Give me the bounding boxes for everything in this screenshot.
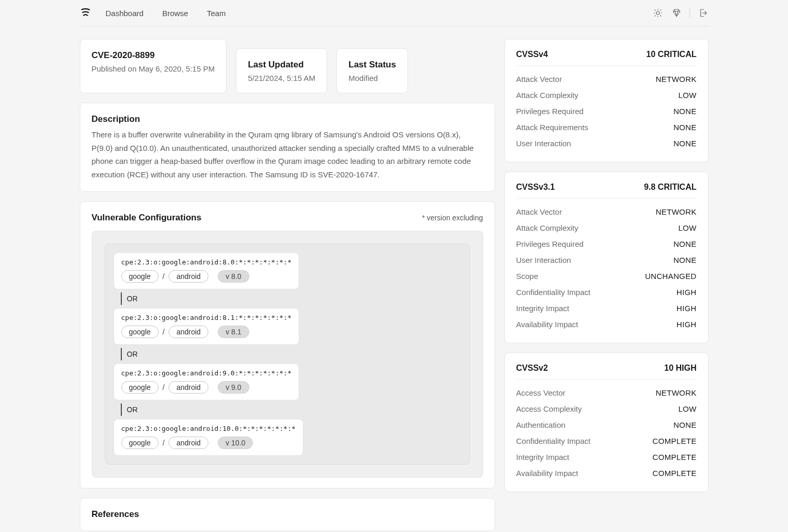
top-nav: Dashboard Browse Team <box>80 0 709 26</box>
metric-row: AuthenticationNONE <box>516 417 697 433</box>
metric-value: NONE <box>673 256 697 264</box>
nav-link-browse[interactable]: Browse <box>162 9 188 18</box>
metric-value: HIGH <box>677 288 697 297</box>
metric-row: Confidentiality ImpactCOMPLETE <box>516 433 697 449</box>
cvss-panel: CVSSv210 HIGHAccess VectorNETWORKAccess … <box>504 353 709 492</box>
metric-value: NONE <box>673 421 697 429</box>
last-status-card: Last Status Modified <box>336 48 408 93</box>
vendor-pill[interactable]: google <box>121 326 159 338</box>
metric-value: HIGH <box>677 320 697 329</box>
cvss-name: CVSSv2 <box>516 363 548 373</box>
metric-value: LOW <box>678 404 696 413</box>
metric-label: Availability Impact <box>516 469 579 478</box>
summary-row: CVE-2020-8899 Published on May 6, 2020, … <box>80 39 495 93</box>
cvss-name: CVSSv3.1 <box>516 183 555 192</box>
metric-row: ScopeUNCHANGED <box>516 268 697 284</box>
metric-label: Confidentiality Impact <box>516 437 590 445</box>
metric-value: COMPLETE <box>653 453 697 461</box>
metric-label: Attack Vector <box>516 207 562 216</box>
version-pill: v 8.0 <box>218 270 249 283</box>
vuln-configs-outer: cpe:2.3:o:google:android:8.0:*:*:*:*:*:*… <box>92 231 483 478</box>
references-title: References <box>92 509 483 520</box>
metric-label: Attack Complexity <box>516 91 579 100</box>
last-status-title: Last Status <box>348 59 396 71</box>
metric-label: Confidentiality Impact <box>516 288 590 297</box>
cpe-string: cpe:2.3:o:google:android:8.1:*:*:*:*:*:*… <box>121 314 292 321</box>
metric-label: Integrity Impact <box>516 453 570 461</box>
cve-id: CVE-2020-8899 <box>92 50 215 61</box>
metric-label: Availability Impact <box>516 320 579 329</box>
metric-label: Attack Requirements <box>516 123 588 132</box>
or-separator: OR <box>121 292 461 305</box>
product-pill[interactable]: android <box>168 326 208 338</box>
nav-link-team[interactable]: Team <box>207 9 226 18</box>
metric-row: User InteractionNONE <box>516 252 697 268</box>
metric-value: NETWORK <box>656 207 697 216</box>
cpe-entry: cpe:2.3:o:google:android:10.0:*:*:*:*:*:… <box>114 419 304 456</box>
theme-toggle-icon[interactable] <box>652 7 664 19</box>
vendor-pill[interactable]: google <box>121 270 159 283</box>
product-pill[interactable]: android <box>168 381 208 394</box>
nav-divider <box>689 8 690 18</box>
vendor-pill[interactable]: google <box>121 381 159 394</box>
cpe-entry: cpe:2.3:o:google:android:8.1:*:*:*:*:*:*… <box>114 308 300 345</box>
metric-row: Access ComplexityLOW <box>516 401 697 417</box>
metric-label: Access Vector <box>516 388 566 397</box>
slash-sep: / <box>163 328 165 336</box>
product-pill[interactable]: android <box>168 270 208 283</box>
metric-row: Availability ImpactHIGH <box>516 316 697 332</box>
product-pill[interactable]: android <box>168 437 208 449</box>
version-pill: v 9.0 <box>218 381 249 394</box>
published-date: Published on May 6, 2020, 5:15 PM <box>92 64 215 73</box>
metric-row: Integrity ImpactCOMPLETE <box>516 449 697 465</box>
metric-value: NONE <box>673 139 697 148</box>
last-status-value: Modified <box>348 74 396 82</box>
description-title: Description <box>92 114 483 125</box>
metric-value: LOW <box>678 223 696 232</box>
metric-value: NONE <box>673 240 697 248</box>
metric-label: Scope <box>516 272 539 281</box>
metric-row: Integrity ImpactHIGH <box>516 300 697 316</box>
cvss-panel: CVSSv410 CRITICALAttack VectorNETWORKAtt… <box>504 39 709 162</box>
metric-row: User InteractionNONE <box>516 135 697 151</box>
metric-row: Attack RequirementsNONE <box>516 119 697 135</box>
metric-label: User Interaction <box>516 139 571 148</box>
svg-line-6 <box>660 16 660 16</box>
logout-icon[interactable] <box>697 7 709 19</box>
app-logo[interactable] <box>80 7 91 19</box>
metric-row: Access VectorNETWORK <box>516 385 697 401</box>
metric-value: NETWORK <box>656 75 697 83</box>
last-updated-card: Last Updated 5/21/2024, 5:15 AM <box>236 48 327 93</box>
cvss-panel: CVSSv3.19.8 CRITICALAttack VectorNETWORK… <box>504 172 709 343</box>
cpe-entry: cpe:2.3:o:google:android:8.0:*:*:*:*:*:*… <box>114 253 300 289</box>
references-card: References <box>80 498 495 531</box>
metric-row: Attack VectorNETWORK <box>516 71 697 87</box>
metric-value: NETWORK <box>656 388 697 397</box>
nav-link-dashboard[interactable]: Dashboard <box>106 9 144 18</box>
sketch-diamond-icon[interactable] <box>671 7 682 19</box>
metric-label: User Interaction <box>516 256 571 264</box>
cvss-score: 10 CRITICAL <box>646 50 697 59</box>
metric-value: LOW <box>678 91 696 100</box>
vuln-configs-card: Vulnerable Configurations * version excl… <box>80 201 495 488</box>
last-updated-value: 5/21/2024, 5:15 AM <box>248 74 315 82</box>
svg-point-0 <box>656 11 659 15</box>
metric-value: COMPLETE <box>653 437 697 445</box>
last-updated-title: Last Updated <box>248 59 315 71</box>
metric-label: Access Complexity <box>516 404 582 413</box>
version-pill: v 8.1 <box>218 326 249 338</box>
vuln-configs-note: * version excluding <box>422 214 483 222</box>
metric-value: HIGH <box>677 304 697 313</box>
nav-links: Dashboard Browse Team <box>106 9 226 18</box>
metric-label: Integrity Impact <box>516 304 570 313</box>
metric-row: Attack ComplexityLOW <box>516 87 697 103</box>
metric-label: Privileges Required <box>516 240 584 248</box>
cve-summary-card: CVE-2020-8899 Published on May 6, 2020, … <box>80 39 227 93</box>
vendor-pill[interactable]: google <box>121 437 159 449</box>
metric-row: Attack VectorNETWORK <box>516 204 697 220</box>
version-pill: v 10.0 <box>218 437 253 449</box>
cvss-column: CVSSv410 CRITICALAttack VectorNETWORKAtt… <box>504 39 709 492</box>
metric-value: NONE <box>673 107 697 116</box>
or-separator: OR <box>121 348 461 360</box>
vuln-configs-title: Vulnerable Configurations <box>92 212 202 223</box>
